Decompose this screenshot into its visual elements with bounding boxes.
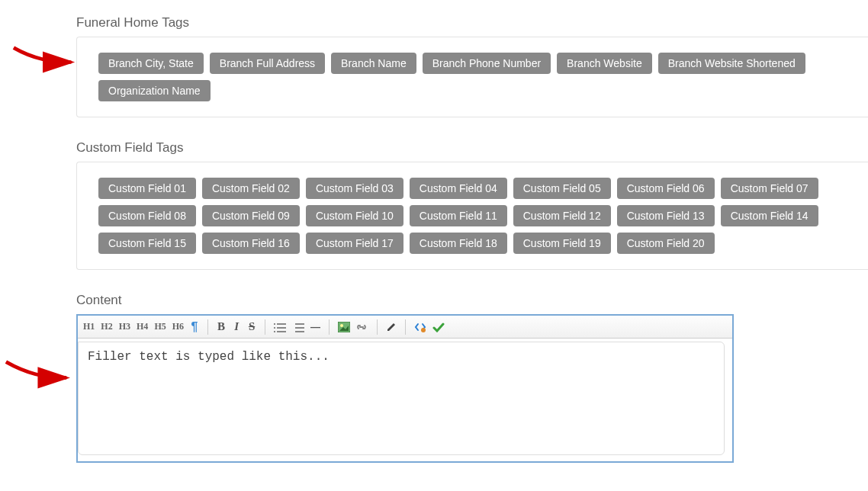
custom-tag-5[interactable]: Custom Field 06 <box>617 178 715 199</box>
editor-textarea[interactable]: Filler text is typed like this... <box>78 342 725 455</box>
pencil-icon <box>386 322 397 332</box>
custom-tag-15[interactable]: Custom Field 16 <box>202 233 300 254</box>
image-icon <box>338 322 350 332</box>
h1-button[interactable]: H1 <box>81 319 97 335</box>
check-button[interactable] <box>430 319 447 335</box>
content-title: Content <box>76 293 868 308</box>
link-icon <box>356 322 368 332</box>
custom-tag-10[interactable]: Custom Field 11 <box>410 205 507 226</box>
code-icon <box>414 322 426 332</box>
h2-button[interactable]: H2 <box>98 319 114 335</box>
toolbar-separator <box>329 319 330 335</box>
funeral-tag-0[interactable]: Branch City, State <box>98 53 204 74</box>
italic-button[interactable]: I <box>230 319 243 335</box>
annotation-arrow-1 <box>12 44 77 67</box>
custom-tag-9[interactable]: Custom Field 10 <box>306 205 403 226</box>
custom-tag-6[interactable]: Custom Field 07 <box>721 178 818 199</box>
check-icon <box>432 322 445 332</box>
custom-tag-0[interactable]: Custom Field 01 <box>98 178 196 199</box>
strike-button[interactable]: S <box>245 319 259 335</box>
funeral-tag-1[interactable]: Branch Full Address <box>210 53 325 74</box>
custom-tag-2[interactable]: Custom Field 03 <box>306 178 403 199</box>
funeral-tag-6[interactable]: Organization Name <box>98 80 211 101</box>
toolbar-separator <box>377 319 378 335</box>
funeral-tags-panel: Branch City, StateBranch Full AddressBra… <box>76 37 868 117</box>
funeral-tags-title: Funeral Home Tags <box>76 15 868 30</box>
custom-tags-panel: Custom Field 01Custom Field 02Custom Fie… <box>76 162 868 270</box>
custom-tag-4[interactable]: Custom Field 05 <box>513 178 611 199</box>
content-editor: H1 H2 H3 H4 H5 H6 ¶ B I S — <box>76 314 734 463</box>
bold-button[interactable]: B <box>214 319 228 335</box>
toolbar-separator <box>207 319 208 335</box>
hr-button[interactable]: — <box>308 319 323 335</box>
custom-tag-17[interactable]: Custom Field 18 <box>410 233 507 254</box>
custom-tag-12[interactable]: Custom Field 13 <box>617 205 715 226</box>
custom-tag-14[interactable]: Custom Field 15 <box>98 233 196 254</box>
custom-tag-1[interactable]: Custom Field 02 <box>202 178 300 199</box>
toolbar-separator <box>405 319 406 335</box>
annotation-arrow-2 <box>5 358 69 381</box>
custom-tag-18[interactable]: Custom Field 19 <box>513 233 611 254</box>
custom-tag-8[interactable]: Custom Field 09 <box>202 205 300 226</box>
svg-point-1 <box>340 324 343 327</box>
funeral-tag-4[interactable]: Branch Website <box>557 53 652 74</box>
editor-toolbar: H1 H2 H3 H4 H5 H6 ¶ B I S — <box>78 316 732 339</box>
custom-tag-7[interactable]: Custom Field 08 <box>98 205 196 226</box>
code-button[interactable] <box>412 319 429 335</box>
numbered-list-button[interactable] <box>290 319 307 335</box>
paragraph-button[interactable]: ¶ <box>188 319 201 335</box>
custom-tags-title: Custom Field Tags <box>76 140 868 156</box>
custom-tag-3[interactable]: Custom Field 04 <box>410 178 507 199</box>
list-number-icon <box>292 322 304 332</box>
custom-tag-19[interactable]: Custom Field 20 <box>617 233 715 254</box>
h3-button[interactable]: H3 <box>117 319 133 335</box>
custom-tag-11[interactable]: Custom Field 12 <box>513 205 611 226</box>
custom-tag-13[interactable]: Custom Field 14 <box>721 205 818 226</box>
h4-button[interactable]: H4 <box>134 319 150 335</box>
image-button[interactable] <box>336 319 352 335</box>
link-button[interactable] <box>354 319 371 335</box>
toolbar-separator <box>265 319 265 335</box>
custom-tag-16[interactable]: Custom Field 17 <box>306 233 403 254</box>
funeral-tag-2[interactable]: Branch Name <box>331 53 416 74</box>
bulleted-list-button[interactable] <box>272 319 288 335</box>
h5-button[interactable]: H5 <box>152 319 168 335</box>
funeral-tag-3[interactable]: Branch Phone Number <box>423 53 551 74</box>
svg-point-2 <box>421 328 426 332</box>
list-bullet-icon <box>274 322 286 332</box>
h6-button[interactable]: H6 <box>170 319 186 335</box>
funeral-tag-5[interactable]: Branch Website Shortened <box>658 53 805 74</box>
edit-button[interactable] <box>384 319 399 335</box>
